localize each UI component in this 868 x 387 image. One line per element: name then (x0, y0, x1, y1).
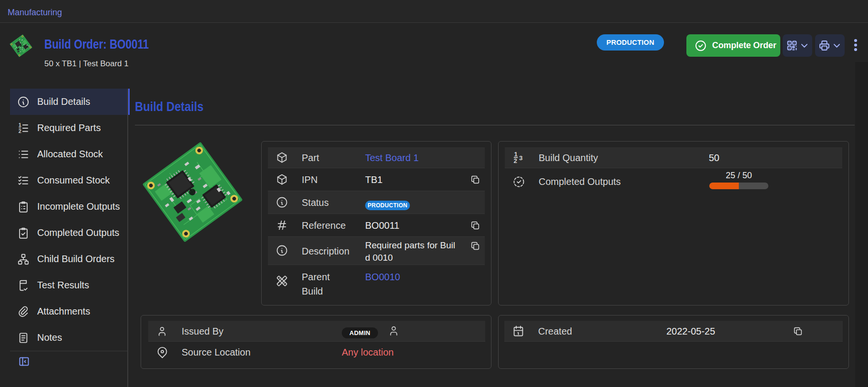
svg-text:3: 3 (519, 154, 522, 162)
svg-text:2: 2 (19, 128, 21, 134)
svg-text:2: 2 (513, 157, 517, 164)
svg-text:1: 1 (19, 122, 21, 127)
